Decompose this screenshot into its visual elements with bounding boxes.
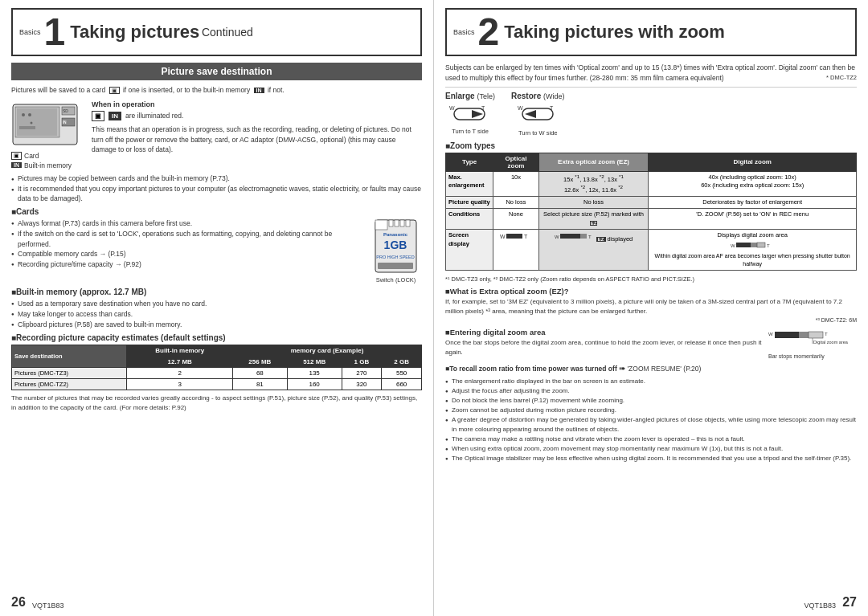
builtin-heading: ■Built-in memory (approx. 12.7 MB) bbox=[11, 288, 422, 296]
cards-bullet-list: Always format (P.73) cards in this camer… bbox=[11, 218, 365, 270]
cards-heading: ■Cards bbox=[11, 207, 422, 216]
svg-rect-41 bbox=[799, 332, 809, 338]
zoom-type-max: Max.enlargement bbox=[446, 171, 493, 196]
enlarge-restore-area: Enlarge (Tele) W T Turn to T side Restor… bbox=[445, 92, 857, 137]
right-header: Basics 2 Taking pictures with zoom bbox=[445, 8, 857, 56]
tele-label: (Tele) bbox=[477, 92, 495, 100]
digital-zoom-bar-svg: W T Digital zoom area bbox=[768, 328, 855, 350]
digital-zoom-text-area: ■Entering digital zoom area Once the bar… bbox=[445, 328, 762, 359]
svg-text:T: T bbox=[825, 332, 828, 337]
zoom-digital-max: 40x (including optical zoom: 10x)60x (in… bbox=[649, 171, 857, 196]
table-row-tz2: Pictures (DMC-TZ2) 3 81 160 320 660 bbox=[12, 379, 422, 390]
card-bullet-2: If the switch on the card is set to 'LOC… bbox=[11, 229, 365, 250]
svg-text:1GB: 1GB bbox=[384, 239, 407, 251]
tz3-1gb: 270 bbox=[342, 368, 382, 379]
svg-rect-16 bbox=[406, 220, 410, 226]
svg-text:W: W bbox=[500, 234, 506, 239]
ez-badge: EZ bbox=[596, 237, 606, 242]
svg-text:W: W bbox=[518, 105, 523, 111]
svg-rect-14 bbox=[395, 220, 399, 226]
builtin-bullet-2: May take longer to access than cards. bbox=[11, 309, 422, 320]
svg-rect-10 bbox=[19, 126, 35, 129]
right-bullets: The enlargement ratio displayed in the b… bbox=[445, 377, 857, 463]
tz2-2gb: 660 bbox=[382, 379, 422, 390]
right-bullet-3: Do not block the lens barrel (P.12) move… bbox=[445, 396, 857, 406]
card-bullet-4: Recording picture/time capacity → (P.92) bbox=[11, 259, 365, 270]
svg-text:W: W bbox=[768, 332, 773, 337]
zoom-optical-quality: No loss bbox=[493, 196, 538, 209]
col-512mb: 512 MB bbox=[287, 357, 342, 368]
zoom-col-optical: Optical zoom bbox=[493, 153, 538, 171]
svg-text:Digital zoom area: Digital zoom area bbox=[813, 340, 849, 345]
svg-text:T: T bbox=[588, 235, 592, 239]
zoom-col-ez: Extra optical zoom (EZ) bbox=[538, 153, 649, 171]
zoom-digital-display: Displays digital zoom area W T Within di… bbox=[649, 230, 857, 271]
svg-text:Panasonic: Panasonic bbox=[383, 232, 408, 237]
svg-point-8 bbox=[28, 113, 31, 116]
optical-bar-svg: W T bbox=[500, 231, 532, 241]
capacity-heading: ■Recording picture capacity estimates (d… bbox=[11, 333, 422, 342]
cards-bullets-area: Always format (P.73) cards in this camer… bbox=[11, 218, 365, 284]
svg-rect-13 bbox=[389, 220, 393, 226]
zoom-row-display: Screen display W T W bbox=[446, 230, 857, 271]
zoom-ez-conditions: Select picture size (P.52) marked with E… bbox=[538, 209, 649, 230]
svg-rect-15 bbox=[400, 220, 404, 226]
zoom-row-quality: Picture quality No loss No loss Deterior… bbox=[446, 196, 857, 209]
tz3-512mb: 135 bbox=[287, 368, 342, 379]
recall-title: ■To recall zoom ratio from time power wa… bbox=[445, 365, 619, 373]
zoom-optical-max: 10x bbox=[493, 171, 538, 196]
left-page-number: 26 bbox=[11, 595, 26, 610]
extra-optical-section: ■What is Extra optical zoom (EZ)? If, fo… bbox=[445, 287, 857, 325]
tz2-256mb: 81 bbox=[232, 379, 287, 390]
enlarge-label: Enlarge (Tele) bbox=[445, 92, 495, 100]
card-symbol: ▣ bbox=[92, 111, 104, 121]
extra-optical-footnote: *³ DMC-TZ2: 6M bbox=[445, 316, 857, 325]
extra-optical-text: If, for example, set to '3M EZ' (equival… bbox=[445, 297, 857, 325]
digital-zoom-section: ■Entering digital zoom area Once the bar… bbox=[445, 328, 857, 359]
digital-zoom-text: Once the bar stops before the digital zo… bbox=[445, 338, 762, 357]
col-builtin: Built-in memory bbox=[127, 345, 232, 357]
svg-rect-35 bbox=[736, 243, 751, 247]
right-page-title: Taking pictures with zoom bbox=[504, 22, 725, 43]
left-icons-area: SD IN ▣ Card IN Built-in mem bbox=[11, 100, 84, 169]
when-in-operation-title: When in operation bbox=[92, 100, 422, 108]
svg-rect-40 bbox=[775, 332, 799, 338]
zoom-digital-conditions: 'D. ZOOM' (P.56) set to 'ON' in REC menu bbox=[649, 209, 857, 230]
card-label-row: ▣ Card bbox=[11, 152, 84, 160]
svg-text:W: W bbox=[449, 105, 455, 111]
right-intro: Subjects can be enlarged by ten times wi… bbox=[445, 63, 857, 88]
tz3-2gb: 550 bbox=[382, 368, 422, 379]
svg-text:T: T bbox=[767, 243, 770, 248]
memory-icon-inline: IN bbox=[254, 88, 264, 93]
svg-text:W: W bbox=[555, 235, 559, 239]
card-bullet-3: Compatible memory cards → (P.15) bbox=[11, 249, 365, 259]
extra-optical-heading: ■What is Extra optical zoom (EZ)? bbox=[445, 287, 857, 296]
zoom-ez-display: W T EZ displayed bbox=[538, 230, 649, 271]
col-save-dest: Save destination bbox=[12, 345, 127, 368]
tz2-builtin: 3 bbox=[127, 379, 232, 390]
right-bullet-6: The camera may make a rattling noise and… bbox=[445, 434, 857, 444]
cards-content: Always format (P.73) cards in this camer… bbox=[11, 218, 422, 284]
digital-bar-svg: W T bbox=[731, 240, 775, 250]
enlarge-dial: W T bbox=[448, 102, 492, 128]
zoom-ez-max: 15x *1, 13.8x *2, 13x *112.6x *2, 12x, 1… bbox=[538, 171, 649, 196]
col-memory-card: memory card (Example) bbox=[232, 345, 421, 357]
digital-zoom-heading: ■Entering digital zoom area bbox=[445, 328, 762, 337]
zoom-col-digital: Digital zoom bbox=[649, 153, 857, 171]
left-basics-label: Basics bbox=[19, 28, 41, 36]
right-vqt: VQT1B83 bbox=[804, 602, 836, 610]
zoom-table: Type Optical zoom Extra optical zoom (EZ… bbox=[445, 153, 857, 271]
enlarge-turn-label: Turn to T side bbox=[452, 128, 489, 135]
restore-label: Restore (Wide) bbox=[511, 92, 565, 100]
zoom-ez-quality: No loss bbox=[538, 196, 649, 209]
operation-description: This means that an operation is in progr… bbox=[92, 124, 422, 155]
col-256mb: 256 MB bbox=[232, 357, 287, 368]
switch-lock-label: Switch (LOCK) bbox=[370, 276, 422, 284]
restore-area: Restore (Wide) W T Turn to W side bbox=[511, 92, 565, 137]
zoom-type-conditions: Conditions bbox=[446, 209, 493, 230]
memory-icon-label: IN bbox=[11, 162, 22, 168]
camera-graphic: SD IN bbox=[11, 100, 80, 149]
dmc-note: * DMC-TZ2 bbox=[826, 73, 857, 82]
svg-point-7 bbox=[22, 113, 25, 116]
tz2-label: Pictures (DMC-TZ2) bbox=[12, 379, 127, 390]
